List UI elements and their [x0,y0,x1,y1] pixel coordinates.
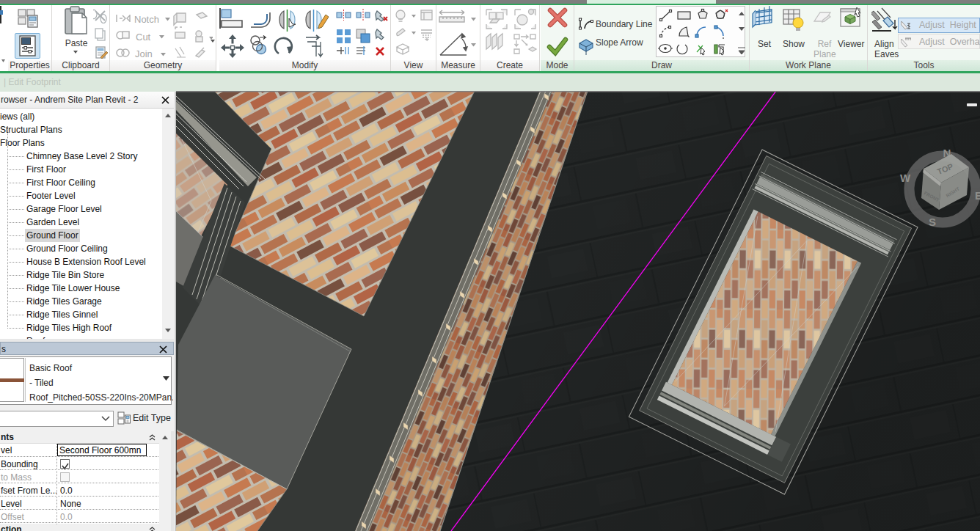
svg-text:Join: Join [135,48,153,59]
svg-text:Cut: Cut [136,32,151,43]
svg-text:E: E [975,189,980,202]
svg-text:W: W [900,172,911,184]
svg-text:Notch: Notch [134,14,159,25]
svg-text:S: S [929,216,936,228]
